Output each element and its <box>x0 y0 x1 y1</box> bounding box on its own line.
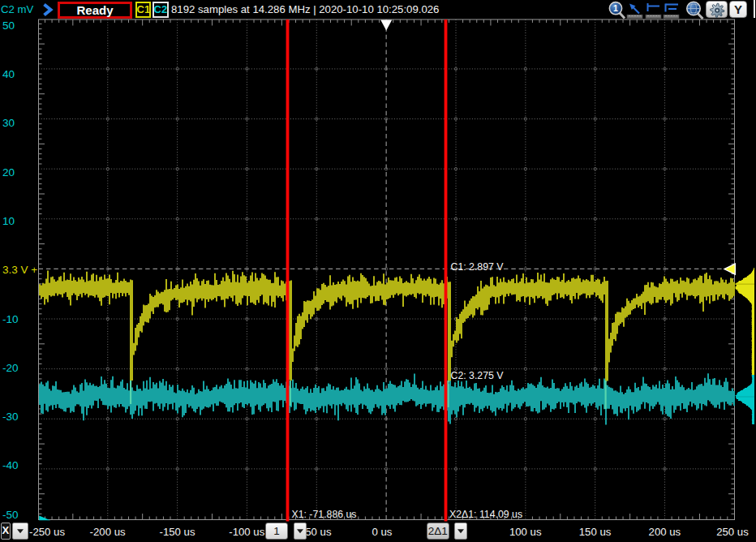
svg-text:50: 50 <box>2 19 15 32</box>
svg-text:-40: -40 <box>2 459 19 471</box>
svg-text:X2Δ1: 114.09 us: X2Δ1: 114.09 us <box>449 509 522 520</box>
svg-text:1: 1 <box>613 3 618 13</box>
svg-text:-10: -10 <box>2 313 19 325</box>
svg-text:10: 10 <box>2 215 15 227</box>
svg-text:C1: 2.897 V: C1: 2.897 V <box>451 261 505 273</box>
svg-text:-50: -50 <box>2 509 19 521</box>
svg-text:30: 30 <box>2 117 15 129</box>
svg-text:X1: -71.886 us: X1: -71.886 us <box>292 509 357 520</box>
svg-text:C2: 3.275 V: C2: 3.275 V <box>451 370 505 381</box>
svg-text:-20: -20 <box>2 362 19 374</box>
svg-text:3.3 V +: 3.3 V + <box>2 264 37 276</box>
svg-text:20: 20 <box>2 166 15 179</box>
svg-text:40: 40 <box>2 68 15 80</box>
svg-text:-30: -30 <box>2 411 19 423</box>
